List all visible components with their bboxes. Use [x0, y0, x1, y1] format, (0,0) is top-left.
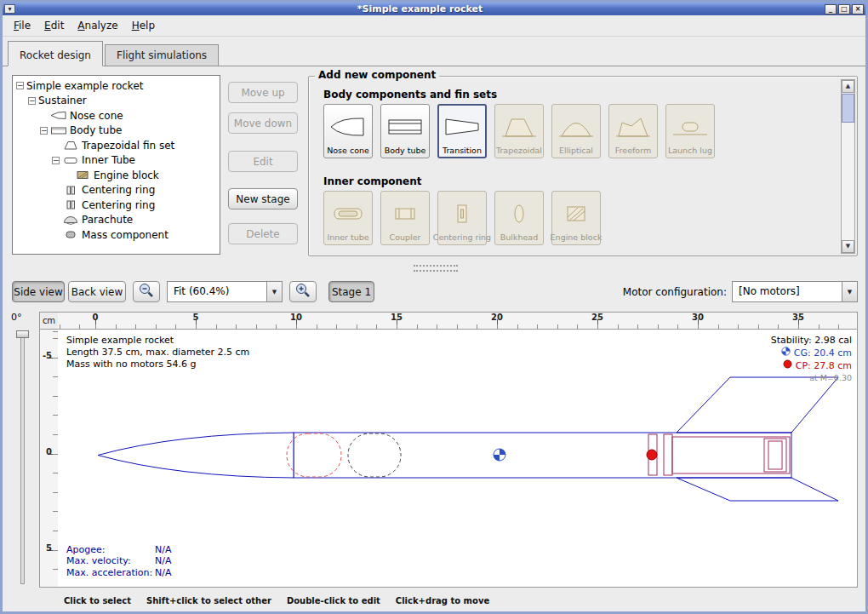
- nose-cone-icon: [329, 108, 367, 146]
- tree-item-body-tube[interactable]: Body tube: [70, 124, 122, 136]
- add-transition-button[interactable]: Transition: [437, 104, 487, 158]
- trapezoidal-fin-icon: [500, 108, 538, 146]
- add-elliptical-fin-button[interactable]: Elliptical: [551, 104, 601, 158]
- tree-row: Trapezoidal fin set: [13, 138, 220, 153]
- rocket-info: Simple example rocket Length 37.5 cm, ma…: [66, 335, 249, 370]
- edit-button[interactable]: Edit: [228, 151, 298, 172]
- tree-item-fin-set[interactable]: Trapezoidal fin set: [82, 140, 174, 152]
- zoom-in-button[interactable]: [289, 281, 317, 302]
- title-bar: ▾ *Simple example rocket _ □ ×: [3, 3, 865, 15]
- body-tube-icon: [50, 126, 67, 135]
- expand-handle-icon[interactable]: −: [40, 127, 48, 135]
- scrollbar-thumb[interactable]: [842, 94, 854, 123]
- body-tube-shape[interactable]: [294, 433, 791, 478]
- menu-file[interactable]: File: [7, 16, 37, 35]
- expand-handle-icon[interactable]: −: [28, 97, 36, 105]
- zoom-select[interactable]: Fit (60.4%) ▼: [167, 281, 283, 302]
- expand-handle-icon[interactable]: −: [52, 157, 60, 164]
- centering-ring-icon: [62, 200, 79, 209]
- move-down-button[interactable]: Move down: [228, 112, 298, 134]
- motor-configuration-select[interactable]: [No motors] ▼: [732, 281, 858, 302]
- stability-value: Stability: 2.98 cal: [771, 335, 852, 347]
- body-component-buttons: Nose cone Body tube Transition Trapezoid…: [323, 104, 715, 158]
- ruler-tick-label: 5: [193, 313, 199, 322]
- back-view-button[interactable]: Back view: [68, 281, 126, 302]
- zoom-in-icon: [294, 282, 311, 301]
- close-button[interactable]: ×: [852, 4, 864, 14]
- menu-edit[interactable]: Edit: [37, 16, 71, 35]
- expand-handle-icon[interactable]: −: [16, 82, 24, 89]
- status-bar: Click to select Shift+click to select ot…: [3, 590, 865, 611]
- ruler-tick-label: 15: [391, 313, 403, 322]
- hint-double-click: Double-click to edit: [287, 596, 380, 605]
- tree-item-inner-tube[interactable]: Inner Tube: [82, 154, 135, 166]
- coupler-icon: [386, 195, 424, 232]
- delete-button[interactable]: Delete: [228, 223, 298, 244]
- tree-item-centering-ring-2[interactable]: Centering ring: [82, 199, 155, 211]
- add-centering-ring-button[interactable]: Centering ring: [437, 191, 487, 245]
- add-component-title: Add new component: [315, 69, 439, 81]
- zoom-out-icon: [138, 282, 155, 301]
- rocket-canvas[interactable]: Simple example rocket Length 37.5 cm, ma…: [58, 330, 858, 588]
- cg-value: CG: 20.4 cm: [794, 347, 852, 359]
- tab-rocket-design[interactable]: Rocket design: [8, 41, 103, 66]
- motor-configuration-label: Motor configuration:: [623, 286, 727, 298]
- ruler-unit-label: cm: [39, 312, 59, 330]
- add-nose-cone-button[interactable]: Nose cone: [323, 104, 373, 158]
- tree-item-parachute[interactable]: Parachute: [82, 214, 133, 226]
- ruler-tick-label: 0: [38, 447, 52, 456]
- add-bulkhead-button[interactable]: Bulkhead: [494, 191, 544, 245]
- app-window: ▾ *Simple example rocket _ □ × File Edit…: [0, 0, 868, 614]
- tree-item-mass-component[interactable]: Mass component: [82, 229, 168, 241]
- scroll-down-icon[interactable]: ▼: [842, 240, 854, 253]
- add-body-tube-button[interactable]: Body tube: [380, 104, 430, 158]
- new-stage-button[interactable]: New stage: [228, 188, 298, 209]
- chevron-down-icon: ▼: [266, 282, 282, 301]
- body-components-label: Body components and fin sets: [323, 89, 497, 100]
- add-launch-lug-button[interactable]: Launch lug: [665, 104, 715, 158]
- menu-help[interactable]: Help: [125, 16, 162, 35]
- add-engine-block-button[interactable]: Engine block: [551, 191, 601, 245]
- splitter-handle[interactable]: [414, 265, 458, 267]
- side-view-button[interactable]: Side view: [12, 281, 65, 302]
- splitter-handle[interactable]: [414, 270, 458, 272]
- tree-row: − Body tube: [13, 123, 220, 139]
- menu-analyze[interactable]: Analyze: [71, 16, 124, 35]
- tree-row: − Simple example rocket: [13, 78, 220, 94]
- tab-flight-simulations[interactable]: Flight simulations: [105, 44, 219, 66]
- add-inner-tube-button[interactable]: Inner tube: [323, 191, 373, 245]
- zoom-select-value: Fit (60.4%): [168, 282, 266, 301]
- horizontal-ruler: [58, 312, 858, 330]
- hint-click-select: Click to select: [64, 596, 131, 605]
- tree-item-rocket[interactable]: Simple example rocket: [26, 80, 143, 92]
- mass-component-icon: [62, 230, 79, 239]
- tree-item-centering-ring-1[interactable]: Centering ring: [82, 184, 155, 196]
- tree-item-sustainer[interactable]: Sustainer: [38, 95, 87, 106]
- max-acceleration-value: N/A: [155, 567, 171, 578]
- scroll-up-icon[interactable]: ▲: [842, 80, 854, 93]
- minimize-button[interactable]: _: [825, 4, 837, 14]
- add-trapezoidal-fin-button[interactable]: Trapezoidal: [494, 104, 544, 158]
- tree-item-nose-cone[interactable]: Nose cone: [70, 110, 123, 122]
- centering-ring-icon: [443, 195, 481, 232]
- nose-cone-shape[interactable]: [98, 433, 294, 478]
- move-up-button[interactable]: Move up: [228, 82, 298, 103]
- engine-block-icon: [557, 195, 595, 232]
- fin-upper-shape[interactable]: [677, 377, 838, 433]
- add-freeform-fin-button[interactable]: Freeform: [608, 104, 658, 158]
- component-scrollbar[interactable]: ▲ ▼: [841, 79, 855, 254]
- rotation-slider[interactable]: [20, 332, 25, 584]
- inner-component-buttons: Inner tube Coupler Centering ring Bulkhe…: [323, 191, 601, 245]
- launch-lug-icon: [671, 108, 709, 146]
- tree-item-engine-block[interactable]: Engine block: [94, 169, 159, 181]
- fin-lower-shape[interactable]: [677, 478, 838, 501]
- stage-1-toggle[interactable]: Stage 1: [328, 281, 374, 302]
- max-velocity-label: Max. velocity:: [66, 555, 155, 567]
- window-menu-icon[interactable]: ▾: [4, 4, 15, 14]
- maximize-button[interactable]: □: [838, 4, 850, 14]
- zoom-out-button[interactable]: [133, 281, 160, 302]
- add-coupler-button[interactable]: Coupler: [380, 191, 430, 245]
- ruler-tick-label: 0: [93, 313, 99, 322]
- ruler-tick-label: 35: [792, 313, 804, 322]
- rotation-slider-handle[interactable]: [16, 330, 29, 338]
